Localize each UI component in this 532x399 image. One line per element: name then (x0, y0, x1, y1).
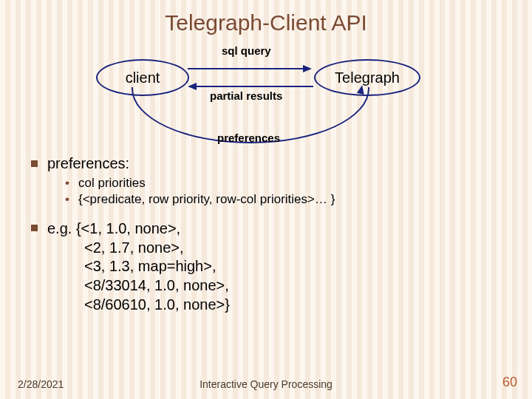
subbullet-col-priorities: col priorities (65, 175, 510, 191)
slide: Telegraph-Client API client Telegraph sq… (0, 0, 532, 399)
label-sql-query: sql query (222, 44, 271, 57)
footer-caption: Interactive Query Processing (0, 378, 532, 390)
arrow-sql-line (188, 68, 304, 69)
footer-page-number: 60 (502, 375, 517, 390)
body-text: preferences: col priorities {<predicate,… (31, 155, 510, 318)
subbullet-predicate-tuple: {<predicate, row priority, row-col prior… (65, 191, 510, 208)
telegraph-label: Telegraph (335, 69, 400, 86)
bullet-preferences: preferences: col priorities {<predicate,… (31, 155, 510, 208)
label-preferences: preferences (217, 132, 280, 144)
client-label: client (126, 69, 160, 86)
bullet-preferences-label: preferences: (47, 155, 129, 171)
bullet-example: e.g. {<1, 1.0, none>, <2, 1.7, none>, <3… (31, 219, 510, 314)
arrow-sql-head (303, 65, 312, 72)
api-diagram: client Telegraph sql query partial resul… (96, 43, 421, 132)
slide-title: Telegraph-Client API (0, 0, 532, 35)
label-partial-results: partial results (210, 89, 282, 102)
example-prefix: e.g. (47, 220, 76, 236)
